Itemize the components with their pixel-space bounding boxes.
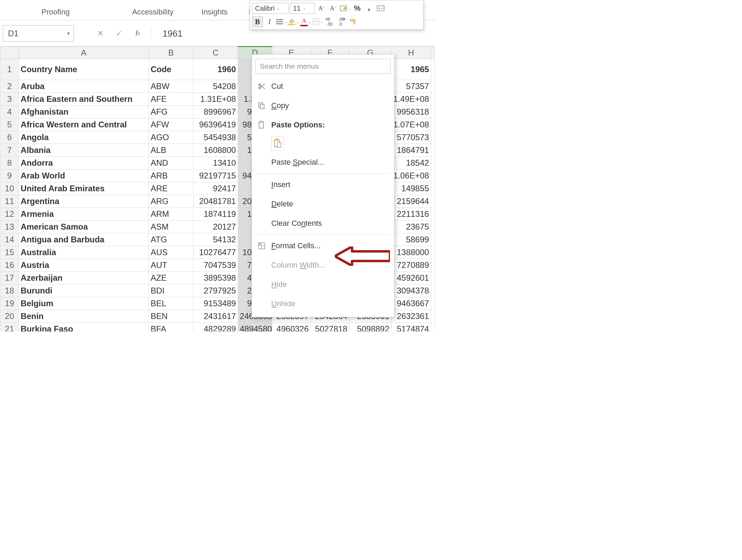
increase-decimal-button[interactable]: .0.00 bbox=[324, 17, 335, 27]
row-header[interactable]: 7 bbox=[0, 144, 19, 157]
cell[interactable]: United Arab Emirates bbox=[19, 182, 149, 195]
row-header[interactable]: 8 bbox=[0, 157, 19, 170]
cell[interactable]: 1608800 bbox=[193, 144, 238, 157]
paste-default-button[interactable] bbox=[271, 136, 284, 151]
name-box-dropdown-icon[interactable]: ▼ bbox=[66, 31, 71, 36]
cell[interactable]: 54208 bbox=[193, 80, 238, 93]
cell[interactable]: Angola bbox=[19, 131, 149, 144]
cell[interactable]: 5174874 bbox=[391, 323, 431, 332]
ribbon-group-accessibility[interactable]: Accessibility bbox=[77, 6, 180, 17]
cell[interactable]: Armenia bbox=[19, 208, 149, 221]
row-header[interactable]: 10 bbox=[0, 182, 19, 195]
accounting-format-button[interactable]: ⌄ bbox=[340, 3, 351, 13]
cell[interactable]: 4592601 bbox=[391, 272, 431, 284]
cell[interactable]: Azerbaijan bbox=[19, 272, 149, 284]
cell[interactable]: Belgium bbox=[19, 297, 149, 310]
menu-item-insert[interactable]: Insert bbox=[252, 175, 394, 194]
align-button[interactable]: ⌄ bbox=[276, 17, 286, 27]
cell[interactable]: 1.07E+08 bbox=[391, 118, 431, 131]
cell[interactable]: 7270889 bbox=[391, 259, 431, 272]
column-header-C[interactable]: C bbox=[193, 47, 238, 59]
cell[interactable]: Burkina Faso bbox=[19, 323, 149, 332]
row-header[interactable]: 12 bbox=[0, 208, 19, 221]
cell[interactable]: Andorra bbox=[19, 157, 149, 170]
cell[interactable]: Africa Western and Central bbox=[19, 118, 149, 131]
menu-search-input[interactable]: Search the menus bbox=[255, 59, 391, 74]
cell[interactable]: AFE bbox=[149, 93, 193, 106]
menu-item-delete[interactable]: Delete bbox=[252, 194, 394, 214]
row-header[interactable]: 18 bbox=[0, 284, 19, 297]
select-all-corner[interactable] bbox=[0, 47, 19, 59]
percent-style-button[interactable]: % bbox=[352, 3, 362, 13]
cell[interactable]: 13410 bbox=[193, 157, 238, 170]
cell[interactable]: 54132 bbox=[193, 233, 238, 246]
row-header[interactable]: 16 bbox=[0, 259, 19, 272]
cell[interactable]: 1874119 bbox=[193, 208, 238, 221]
cell[interactable]: 3895398 bbox=[193, 272, 238, 284]
row-header[interactable]: 14 bbox=[0, 233, 19, 246]
cell[interactable]: 23675 bbox=[391, 221, 431, 233]
cell[interactable]: 20481781 bbox=[193, 195, 238, 208]
merge-center-button[interactable] bbox=[375, 3, 386, 13]
decrease-font-size-button[interactable]: A˅ bbox=[328, 3, 338, 13]
cell[interactable]: 92197715 bbox=[193, 170, 238, 182]
menu-item-cut[interactable]: Cut bbox=[252, 77, 394, 96]
row-header[interactable]: 19 bbox=[0, 297, 19, 310]
cell[interactable]: 20127 bbox=[193, 221, 238, 233]
cell[interactable]: 2431617 bbox=[193, 310, 238, 323]
cell[interactable]: ABW bbox=[149, 80, 193, 93]
cell[interactable]: AGO bbox=[149, 131, 193, 144]
cell[interactable]: 96396419 bbox=[193, 118, 238, 131]
cell[interactable]: Code bbox=[149, 59, 193, 80]
column-header-B[interactable]: B bbox=[149, 47, 193, 59]
cell[interactable]: 3094378 bbox=[391, 284, 431, 297]
cell[interactable]: Burundi bbox=[19, 284, 149, 297]
cell[interactable]: 9956318 bbox=[391, 106, 431, 118]
format-painter-button[interactable] bbox=[348, 17, 358, 27]
cancel-entry-icon[interactable]: ✕ bbox=[93, 26, 108, 41]
cell[interactable]: 2159644 bbox=[391, 195, 431, 208]
cell[interactable]: American Samoa bbox=[19, 221, 149, 233]
cell[interactable]: 2211316 bbox=[391, 208, 431, 221]
increase-font-size-button[interactable]: A˄ bbox=[316, 3, 326, 13]
row-header[interactable]: 6 bbox=[0, 131, 19, 144]
cell[interactable]: 9463667 bbox=[391, 297, 431, 310]
cell[interactable]: 1864791 bbox=[391, 144, 431, 157]
menu-item-hide[interactable]: Hide bbox=[252, 275, 394, 294]
borders-button[interactable]: ⌄ bbox=[313, 17, 323, 27]
menu-item-paste-special[interactable]: Paste Special... bbox=[252, 153, 394, 172]
cell[interactable]: BFA bbox=[149, 323, 193, 332]
row-header[interactable]: 11 bbox=[0, 195, 19, 208]
cell[interactable]: 9153489 bbox=[193, 297, 238, 310]
row-header[interactable]: 3 bbox=[0, 93, 19, 106]
cell[interactable]: Austria bbox=[19, 259, 149, 272]
column-header-A[interactable]: A bbox=[19, 47, 149, 59]
menu-item-column-width[interactable]: Column Width... bbox=[252, 255, 394, 275]
cell[interactable]: 1388000 bbox=[391, 246, 431, 259]
cell[interactable]: AUS bbox=[149, 246, 193, 259]
cell[interactable]: 5098892 bbox=[349, 323, 391, 332]
cell[interactable]: Afghanistan bbox=[19, 106, 149, 118]
row-header[interactable]: 5 bbox=[0, 118, 19, 131]
cell[interactable]: 5454938 bbox=[193, 131, 238, 144]
cell[interactable]: AND bbox=[149, 157, 193, 170]
cell[interactable]: 92417 bbox=[193, 182, 238, 195]
menu-item-clear-contents[interactable]: Clear Contents bbox=[252, 214, 394, 233]
cell[interactable]: 57357 bbox=[391, 80, 431, 93]
cell[interactable]: 1965 bbox=[391, 59, 431, 80]
cell[interactable]: BEL bbox=[149, 297, 193, 310]
font-color-button[interactable]: A ⌄ bbox=[300, 17, 311, 27]
cell[interactable]: 1.31E+08 bbox=[193, 93, 238, 106]
row-header[interactable]: 17 bbox=[0, 272, 19, 284]
cell[interactable]: Africa Eastern and Southern bbox=[19, 93, 149, 106]
comma-style-button[interactable]: , bbox=[364, 2, 374, 15]
cell[interactable]: 1.06E+08 bbox=[391, 170, 431, 182]
cell[interactable]: AFW bbox=[149, 118, 193, 131]
row-header[interactable]: 15 bbox=[0, 246, 19, 259]
cell[interactable]: BEN bbox=[149, 310, 193, 323]
cell[interactable]: 5770573 bbox=[391, 131, 431, 144]
cell[interactable]: Arab World bbox=[19, 170, 149, 182]
menu-item-unhide[interactable]: Unhide bbox=[252, 294, 394, 313]
menu-item-format-cells[interactable]: Format Cells... bbox=[252, 236, 394, 255]
cell[interactable]: 7047539 bbox=[193, 259, 238, 272]
